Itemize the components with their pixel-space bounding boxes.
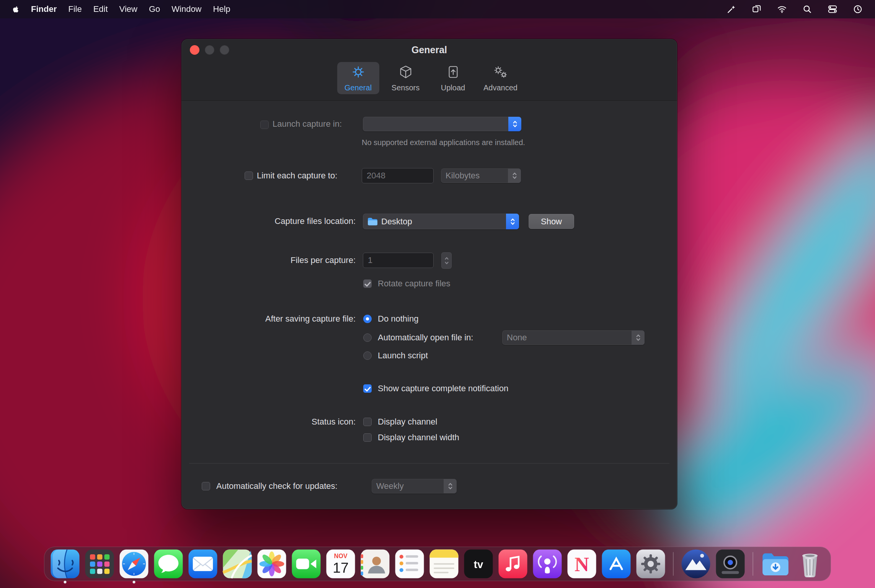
dock-icon-mountain-app[interactable] (681, 549, 711, 579)
dock-icon-downloads[interactable] (760, 549, 791, 579)
menu-item-edit[interactable]: Edit (88, 4, 114, 14)
chevron-updown-icon (444, 479, 457, 493)
capture-notification-label: Show capture complete notification (378, 383, 508, 394)
window-manager-icon[interactable] (752, 4, 762, 14)
dock-icon-trash[interactable] (795, 549, 825, 579)
display-channel-width-checkbox[interactable] (363, 433, 372, 442)
launch-capture-checkbox[interactable] (260, 121, 269, 129)
status-icon-label: Status icon: (181, 416, 356, 427)
limit-capture-label: Limit each capture to: (257, 170, 337, 181)
dock-icon-photos[interactable] (256, 549, 287, 579)
check-updates-label: Automatically check for updates: (216, 481, 338, 492)
display-channel-label: Display channel (378, 416, 437, 427)
menu-app-name[interactable]: Finder (25, 4, 62, 14)
tab-general-label: General (344, 84, 372, 91)
files-per-capture-field[interactable]: 1 (363, 253, 434, 268)
limit-capture-checkbox[interactable] (245, 172, 253, 180)
dock-icon-messages[interactable] (153, 549, 184, 579)
after-saving-label: After saving capture file: (181, 314, 356, 324)
window-title: General (181, 44, 677, 56)
svg-text:tv: tv (474, 559, 483, 570)
dock-icon-media-app[interactable] (715, 549, 746, 579)
files-per-capture-label: Files per capture: (181, 255, 356, 266)
limit-size-value: 2048 (367, 171, 385, 181)
wand-icon[interactable] (726, 4, 736, 14)
dock-icon-facetime[interactable] (291, 549, 322, 579)
dock-icon-systemprefs[interactable] (635, 549, 666, 579)
update-frequency-select[interactable]: Weekly (372, 479, 457, 493)
rotate-files-checkbox[interactable] (363, 279, 372, 288)
check-updates-checkbox[interactable] (202, 482, 210, 490)
launch-capture-label: Launch capture in: (273, 119, 342, 129)
show-button[interactable]: Show (529, 214, 574, 229)
spotlight-search-icon[interactable] (802, 4, 812, 14)
menu-item-help[interactable]: Help (207, 4, 236, 14)
dock-icon-contacts[interactable] (360, 549, 390, 579)
menu-item-window[interactable]: Window (166, 4, 207, 14)
limit-unit-select[interactable]: Kilobytes (441, 168, 521, 183)
dock-icon-calendar[interactable]: NOV17 (325, 549, 356, 579)
wifi-icon[interactable] (777, 4, 787, 14)
chevron-updown-icon (506, 214, 519, 229)
gears-icon (493, 65, 508, 81)
gear-icon (351, 65, 366, 81)
after-saving-do-nothing-label: Do nothing (378, 314, 418, 324)
control-center-icon[interactable] (828, 4, 837, 14)
display-channel-width-label: Display channel width (378, 432, 459, 443)
after-saving-radio-open-file[interactable] (363, 333, 372, 342)
svg-text:N: N (575, 553, 589, 575)
tab-sensors-label: Sensors (392, 84, 420, 91)
dock-separator (673, 552, 674, 576)
dock-icon-tv[interactable]: tv (463, 549, 494, 579)
tab-advanced[interactable]: Advanced (480, 62, 522, 94)
chevron-updown-icon (632, 330, 645, 345)
launch-capture-select[interactable] (363, 117, 521, 131)
after-saving-radio-launch-script[interactable] (363, 351, 372, 360)
launch-capture-note: No supported external applications are i… (362, 137, 525, 147)
tab-sensors[interactable]: Sensors (385, 62, 427, 94)
tab-general[interactable]: General (337, 62, 379, 94)
tab-upload[interactable]: Upload (432, 62, 474, 94)
menu-item-go[interactable]: Go (143, 4, 166, 14)
section-divider (189, 463, 669, 464)
dock-icon-music[interactable] (498, 549, 528, 579)
rotate-files-label: Rotate capture files (378, 278, 451, 289)
capture-notification-checkbox[interactable] (363, 384, 372, 393)
menu-item-view[interactable]: View (114, 4, 143, 14)
menu-bar-left: Finder File Edit View Go Window Help (10, 4, 236, 14)
dock-icon-finder[interactable] (50, 549, 80, 579)
dock-separator (753, 552, 753, 576)
files-per-capture-value: 1 (368, 255, 372, 265)
chevron-updown-icon (508, 117, 521, 131)
chevron-updown-icon (508, 168, 521, 183)
folder-icon (367, 217, 378, 225)
after-saving-radio-do-nothing[interactable] (363, 315, 372, 323)
show-button-label: Show (541, 217, 562, 227)
upload-icon (446, 65, 461, 81)
dock-icon-news[interactable]: N (566, 549, 597, 579)
toolbar-tabs: General Sensors Upload Advanced (181, 62, 677, 94)
dock-icon-maps[interactable] (222, 549, 253, 579)
files-per-capture-stepper[interactable] (441, 252, 452, 269)
update-frequency-value: Weekly (376, 481, 404, 491)
display-channel-checkbox[interactable] (363, 418, 372, 426)
apple-menu-icon[interactable] (10, 4, 25, 14)
after-saving-launch-script-label: Launch script (378, 350, 428, 361)
dock-icon-notes[interactable] (429, 549, 459, 579)
clock-icon[interactable] (853, 4, 863, 14)
dock-icon-reminders[interactable] (394, 549, 425, 579)
dock-icon-launchpad[interactable] (84, 549, 115, 579)
open-file-in-select[interactable]: None (502, 330, 645, 345)
dock-icon-mail[interactable] (188, 549, 218, 579)
dock-icon-safari[interactable] (119, 549, 149, 579)
after-saving-open-file-label: Automatically open file in: (378, 332, 473, 343)
dock: NOV17tvN (44, 547, 831, 581)
svg-text:NOV: NOV (334, 552, 347, 559)
location-label: Capture files location: (181, 216, 356, 227)
dock-icon-podcasts[interactable] (532, 549, 563, 579)
dock-icon-appstore[interactable] (601, 549, 632, 579)
limit-size-field[interactable]: 2048 (362, 168, 434, 183)
menu-item-file[interactable]: File (62, 4, 87, 14)
location-select[interactable]: Desktop (363, 214, 519, 229)
menu-bar: Finder File Edit View Go Window Help (0, 0, 875, 18)
